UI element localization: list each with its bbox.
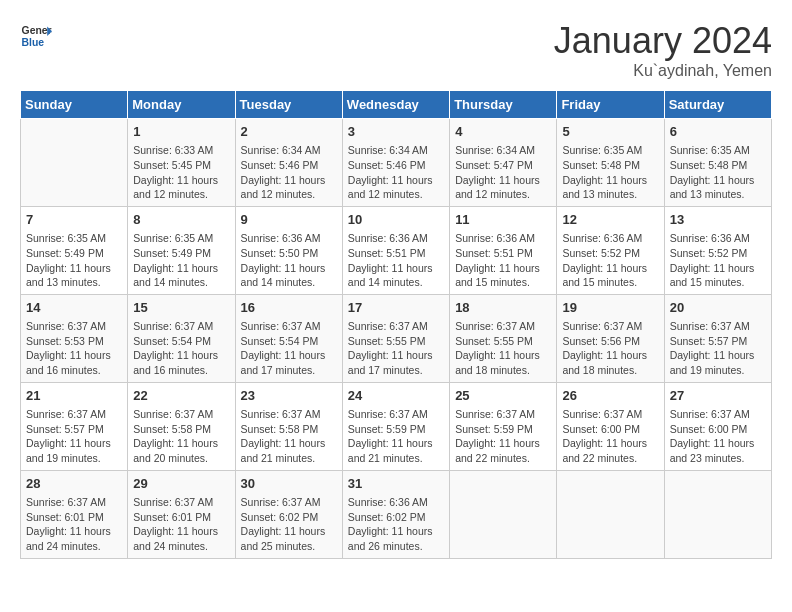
day-detail: Sunset: 5:53 PM bbox=[26, 334, 122, 349]
day-detail: and 15 minutes. bbox=[455, 275, 551, 290]
day-detail: and 19 minutes. bbox=[670, 363, 766, 378]
day-detail: Sunset: 5:59 PM bbox=[455, 422, 551, 437]
day-number: 6 bbox=[670, 123, 766, 141]
day-detail: Daylight: 11 hours bbox=[241, 524, 337, 539]
day-detail: Sunrise: 6:37 AM bbox=[348, 319, 444, 334]
day-detail: Daylight: 11 hours bbox=[26, 348, 122, 363]
day-detail: Daylight: 11 hours bbox=[670, 261, 766, 276]
week-row-4: 28Sunrise: 6:37 AMSunset: 6:01 PMDayligh… bbox=[21, 470, 772, 558]
day-number: 2 bbox=[241, 123, 337, 141]
day-detail: Sunset: 5:57 PM bbox=[26, 422, 122, 437]
day-detail: and 21 minutes. bbox=[241, 451, 337, 466]
day-detail: Sunrise: 6:37 AM bbox=[133, 319, 229, 334]
day-number: 1 bbox=[133, 123, 229, 141]
day-detail: Sunset: 5:58 PM bbox=[133, 422, 229, 437]
day-detail: Daylight: 11 hours bbox=[241, 436, 337, 451]
day-detail: Daylight: 11 hours bbox=[348, 436, 444, 451]
day-detail: Sunset: 5:47 PM bbox=[455, 158, 551, 173]
day-number: 8 bbox=[133, 211, 229, 229]
day-detail: Daylight: 11 hours bbox=[133, 348, 229, 363]
day-detail: Daylight: 11 hours bbox=[133, 524, 229, 539]
day-detail: and 21 minutes. bbox=[348, 451, 444, 466]
title-block: January 2024 Ku`aydinah, Yemen bbox=[554, 20, 772, 80]
day-number: 10 bbox=[348, 211, 444, 229]
calendar-cell: 4Sunrise: 6:34 AMSunset: 5:47 PMDaylight… bbox=[450, 119, 557, 207]
day-detail: Daylight: 11 hours bbox=[670, 436, 766, 451]
day-detail: Sunset: 6:01 PM bbox=[26, 510, 122, 525]
day-detail: and 25 minutes. bbox=[241, 539, 337, 554]
day-detail: Sunrise: 6:37 AM bbox=[455, 319, 551, 334]
day-detail: Daylight: 11 hours bbox=[670, 348, 766, 363]
day-detail: and 22 minutes. bbox=[455, 451, 551, 466]
day-header-saturday: Saturday bbox=[664, 91, 771, 119]
day-detail: Sunrise: 6:37 AM bbox=[26, 319, 122, 334]
calendar-cell bbox=[664, 470, 771, 558]
day-detail: Sunrise: 6:36 AM bbox=[241, 231, 337, 246]
day-header-monday: Monday bbox=[128, 91, 235, 119]
day-detail: Daylight: 11 hours bbox=[133, 173, 229, 188]
day-number: 15 bbox=[133, 299, 229, 317]
day-detail: Sunset: 6:00 PM bbox=[562, 422, 658, 437]
week-row-0: 1Sunrise: 6:33 AMSunset: 5:45 PMDaylight… bbox=[21, 119, 772, 207]
day-detail: Sunrise: 6:34 AM bbox=[455, 143, 551, 158]
day-detail: and 13 minutes. bbox=[562, 187, 658, 202]
day-detail: and 24 minutes. bbox=[133, 539, 229, 554]
day-detail: Daylight: 11 hours bbox=[348, 261, 444, 276]
calendar-cell: 9Sunrise: 6:36 AMSunset: 5:50 PMDaylight… bbox=[235, 206, 342, 294]
day-detail: Sunrise: 6:36 AM bbox=[348, 231, 444, 246]
day-detail: Sunset: 5:51 PM bbox=[348, 246, 444, 261]
day-number: 21 bbox=[26, 387, 122, 405]
day-detail: Daylight: 11 hours bbox=[241, 173, 337, 188]
calendar-cell: 12Sunrise: 6:36 AMSunset: 5:52 PMDayligh… bbox=[557, 206, 664, 294]
calendar-cell: 23Sunrise: 6:37 AMSunset: 5:58 PMDayligh… bbox=[235, 382, 342, 470]
day-detail: Sunset: 5:54 PM bbox=[133, 334, 229, 349]
calendar-cell: 28Sunrise: 6:37 AMSunset: 6:01 PMDayligh… bbox=[21, 470, 128, 558]
calendar-cell: 18Sunrise: 6:37 AMSunset: 5:55 PMDayligh… bbox=[450, 294, 557, 382]
day-number: 28 bbox=[26, 475, 122, 493]
day-detail: Sunset: 5:49 PM bbox=[133, 246, 229, 261]
day-detail: and 14 minutes. bbox=[133, 275, 229, 290]
day-number: 9 bbox=[241, 211, 337, 229]
day-detail: Sunset: 5:55 PM bbox=[348, 334, 444, 349]
day-number: 14 bbox=[26, 299, 122, 317]
day-detail: Sunset: 5:52 PM bbox=[562, 246, 658, 261]
day-detail: Daylight: 11 hours bbox=[455, 348, 551, 363]
day-detail: Sunset: 5:48 PM bbox=[670, 158, 766, 173]
day-number: 17 bbox=[348, 299, 444, 317]
day-detail: and 20 minutes. bbox=[133, 451, 229, 466]
day-detail: Sunrise: 6:34 AM bbox=[348, 143, 444, 158]
header-row: SundayMondayTuesdayWednesdayThursdayFrid… bbox=[21, 91, 772, 119]
day-header-wednesday: Wednesday bbox=[342, 91, 449, 119]
day-detail: Sunset: 5:46 PM bbox=[348, 158, 444, 173]
calendar-cell: 25Sunrise: 6:37 AMSunset: 5:59 PMDayligh… bbox=[450, 382, 557, 470]
day-detail: Sunset: 5:45 PM bbox=[133, 158, 229, 173]
day-detail: Daylight: 11 hours bbox=[455, 173, 551, 188]
day-detail: and 14 minutes. bbox=[348, 275, 444, 290]
day-detail: Sunset: 5:57 PM bbox=[670, 334, 766, 349]
day-detail: Sunrise: 6:37 AM bbox=[562, 319, 658, 334]
day-detail: Sunrise: 6:37 AM bbox=[241, 319, 337, 334]
day-detail: Sunrise: 6:37 AM bbox=[455, 407, 551, 422]
day-number: 11 bbox=[455, 211, 551, 229]
day-detail: Daylight: 11 hours bbox=[455, 436, 551, 451]
day-detail: Daylight: 11 hours bbox=[26, 261, 122, 276]
day-number: 18 bbox=[455, 299, 551, 317]
calendar-cell: 3Sunrise: 6:34 AMSunset: 5:46 PMDaylight… bbox=[342, 119, 449, 207]
day-detail: Sunrise: 6:37 AM bbox=[26, 407, 122, 422]
calendar-cell: 7Sunrise: 6:35 AMSunset: 5:49 PMDaylight… bbox=[21, 206, 128, 294]
day-detail: Sunrise: 6:35 AM bbox=[133, 231, 229, 246]
day-detail: and 16 minutes. bbox=[26, 363, 122, 378]
day-number: 29 bbox=[133, 475, 229, 493]
calendar-cell: 17Sunrise: 6:37 AMSunset: 5:55 PMDayligh… bbox=[342, 294, 449, 382]
svg-text:Blue: Blue bbox=[22, 37, 45, 48]
day-detail: Daylight: 11 hours bbox=[241, 261, 337, 276]
day-detail: and 26 minutes. bbox=[348, 539, 444, 554]
calendar-cell: 8Sunrise: 6:35 AMSunset: 5:49 PMDaylight… bbox=[128, 206, 235, 294]
day-detail: Sunrise: 6:37 AM bbox=[241, 407, 337, 422]
day-number: 16 bbox=[241, 299, 337, 317]
day-number: 5 bbox=[562, 123, 658, 141]
day-detail: Sunset: 5:49 PM bbox=[26, 246, 122, 261]
day-detail: Daylight: 11 hours bbox=[562, 436, 658, 451]
day-detail: and 13 minutes. bbox=[670, 187, 766, 202]
day-detail: and 16 minutes. bbox=[133, 363, 229, 378]
